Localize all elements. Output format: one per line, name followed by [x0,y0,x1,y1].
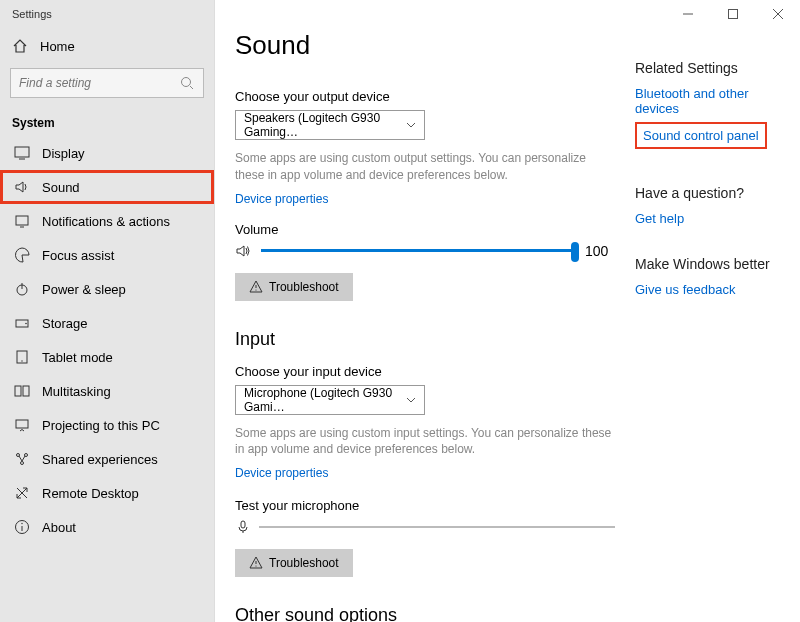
shared-icon [14,451,30,467]
content: Sound Choose your output device Speakers… [235,30,625,602]
volume-label: Volume [235,222,615,237]
svg-rect-29 [241,521,245,528]
sidebar-item-multitasking[interactable]: Multitasking [0,374,214,408]
troubleshoot-label: Troubleshoot [269,280,339,294]
sidebar-item-label: Power & sleep [42,282,126,297]
sidebar-item-sound[interactable]: Sound [0,170,214,204]
about-icon [14,519,30,535]
svg-rect-17 [23,386,29,396]
search-box[interactable] [10,68,204,98]
sidebar-item-label: Notifications & actions [42,214,170,229]
other-heading: Other sound options [235,605,615,622]
search-input[interactable] [19,76,179,90]
svg-line-5 [190,86,193,89]
sound-control-panel-link[interactable]: Sound control panel [635,122,767,149]
sidebar-item-projecting[interactable]: Projecting to this PC [0,408,214,442]
sidebar-item-label: Multitasking [42,384,111,399]
svg-rect-18 [16,420,28,428]
home-label: Home [40,39,75,54]
chevron-down-icon [406,122,416,128]
sidebar-item-tablet[interactable]: Tablet mode [0,340,214,374]
chevron-down-icon [406,397,416,403]
sidebar-item-label: About [42,520,76,535]
svg-point-13 [25,323,27,325]
sidebar-item-label: Sound [42,180,80,195]
remote-icon [14,485,30,501]
home-icon [12,38,28,54]
sidebar-item-remote[interactable]: Remote Desktop [0,476,214,510]
volume-value: 100 [585,243,615,259]
output-device-properties-link[interactable]: Device properties [235,192,615,206]
focus-icon [14,247,30,263]
related-settings-title: Related Settings [635,60,780,76]
sidebar-item-display[interactable]: Display [0,136,214,170]
sidebar-item-power[interactable]: Power & sleep [0,272,214,306]
warning-icon [249,280,263,294]
sidebar-item-label: Storage [42,316,88,331]
svg-point-4 [182,78,191,87]
sidebar-item-focus-assist[interactable]: Focus assist [0,238,214,272]
warning-icon [249,556,263,570]
troubleshoot-label: Troubleshoot [269,556,339,570]
output-device-label: Choose your output device [235,89,615,104]
volume-slider[interactable] [261,249,575,252]
test-mic-label: Test your microphone [235,498,615,513]
group-title: System [0,108,214,136]
better-title: Make Windows better [635,256,780,272]
svg-rect-8 [16,216,28,225]
svg-point-31 [255,566,256,567]
right-column: Related Settings Bluetooth and other dev… [625,30,780,602]
input-device-selected: Microphone (Logitech G930 Gami… [244,386,406,414]
input-device-label: Choose your input device [235,364,615,379]
app-title: Settings [12,8,52,20]
notifications-icon [14,213,30,229]
power-icon [14,281,30,297]
sidebar-item-label: Remote Desktop [42,486,139,501]
feedback-link[interactable]: Give us feedback [635,282,780,297]
sound-icon [14,179,30,195]
svg-rect-6 [15,147,29,157]
sidebar-item-about[interactable]: About [0,510,214,544]
sidebar-item-shared[interactable]: Shared experiences [0,442,214,476]
get-help-link[interactable]: Get help [635,211,780,226]
output-device-selected: Speakers (Logitech G930 Gaming… [244,111,406,139]
output-hint: Some apps are using custom output settin… [235,150,615,184]
question-title: Have a question? [635,185,780,201]
input-device-properties-link[interactable]: Device properties [235,466,615,480]
sidebar: Home System Display Sound Notifications … [0,0,215,622]
multitasking-icon [14,383,30,399]
input-hint: Some apps are using custom input setting… [235,425,615,459]
svg-point-28 [255,289,256,290]
svg-point-15 [21,360,22,361]
svg-point-21 [21,462,24,465]
sidebar-item-label: Tablet mode [42,350,113,365]
sidebar-item-label: Projecting to this PC [42,418,160,433]
svg-point-26 [21,523,22,524]
sidebar-item-label: Shared experiences [42,452,158,467]
output-device-dropdown[interactable]: Speakers (Logitech G930 Gaming… [235,110,425,140]
bluetooth-link[interactable]: Bluetooth and other devices [635,86,780,116]
input-heading: Input [235,329,615,350]
sidebar-item-label: Focus assist [42,248,114,263]
input-troubleshoot-button[interactable]: Troubleshoot [235,549,353,577]
input-device-dropdown[interactable]: Microphone (Logitech G930 Gami… [235,385,425,415]
projecting-icon [14,417,30,433]
sidebar-item-label: Display [42,146,85,161]
mic-level-bar [259,526,615,528]
sidebar-item-notifications[interactable]: Notifications & actions [0,204,214,238]
sidebar-item-storage[interactable]: Storage [0,306,214,340]
home-button[interactable]: Home [0,30,214,62]
output-troubleshoot-button[interactable]: Troubleshoot [235,273,353,301]
tablet-icon [14,349,30,365]
microphone-icon [235,519,251,535]
display-icon [14,145,30,161]
page-heading: Sound [235,30,615,61]
volume-icon [235,243,251,259]
search-icon [179,75,195,91]
svg-rect-16 [15,386,21,396]
storage-icon [14,315,30,331]
slider-thumb[interactable] [571,242,579,262]
